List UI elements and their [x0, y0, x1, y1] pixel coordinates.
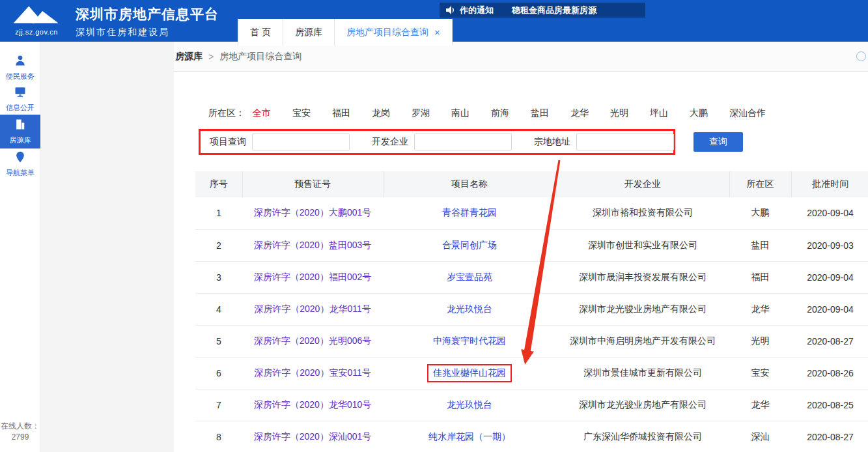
district-option[interactable]: 罗湖: [412, 107, 430, 119]
monitor-icon: [14, 85, 27, 101]
building-icon: [14, 118, 27, 134]
approval-date: 2020-09-04: [807, 272, 854, 283]
district-option[interactable]: 前海: [491, 107, 509, 119]
district-name: 深汕: [751, 431, 770, 442]
tab-label: 房源库: [295, 27, 322, 38]
sidebar-item-label: 信息公开: [6, 103, 35, 113]
approval-date: 2020-08-27: [807, 432, 854, 442]
site-subtitle: 深圳市住房和建设局: [76, 27, 219, 38]
search-fields-highlight-box: 项目查询开发企业宗地地址: [199, 129, 675, 155]
permit-number-link[interactable]: 深房许字（2020）大鹏001号: [254, 207, 372, 218]
district-option[interactable]: 龙华: [570, 107, 589, 119]
district-option[interactable]: 福田: [332, 107, 350, 119]
sidebar-item-label: 便民服务: [6, 72, 35, 81]
tab-project-query[interactable]: 房地产项目综合查询×: [335, 19, 453, 46]
project-name-link[interactable]: 青谷群青花园: [442, 207, 497, 218]
tab-label: 房地产项目综合查询: [346, 27, 428, 38]
developer-name: 深圳市景佳城市更新有限公司: [583, 367, 702, 378]
district-filter-label: 所在区：: [208, 107, 245, 119]
approval-date: 2020-09-04: [807, 208, 854, 218]
permit-number-link[interactable]: 深房许字（2020）龙华011号: [254, 304, 371, 314]
row-number: 4: [216, 304, 221, 315]
site-logo[interactable]: zjj.sz.gov.cn: [9, 3, 64, 36]
table-row: 1深房许字（2020）大鹏001号青谷群青花园深圳市裕和投资有限公司大鹏2020…: [195, 197, 868, 229]
district-option[interactable]: 南山: [451, 107, 469, 119]
row-number: 7: [216, 400, 221, 410]
district-option[interactable]: 大鹏: [690, 107, 708, 119]
sidebar-item-public-service[interactable]: 便民服务: [0, 52, 40, 83]
permit-number-link[interactable]: 深房许字（2020）宝安011号: [254, 367, 371, 378]
developer-name: 深圳市龙光骏业房地产有限公司: [579, 399, 707, 410]
project-name-link[interactable]: 岁宝壹品苑: [447, 272, 492, 282]
breadcrumb: 房源库 > 房地产项目综合查询 房: [174, 42, 868, 72]
project-name-link[interactable]: 佳兆业樾伴山花园: [427, 364, 512, 382]
search-filter-row: 项目查询开发企业宗地地址 查询: [195, 129, 868, 155]
title-block: 深圳市房地产信息平台 深圳市住房和建设局: [76, 5, 219, 38]
online-users-count: 2799: [0, 432, 40, 443]
district-filter: 所在区： 全市宝安福田龙岗罗湖南山前海盐田龙华光明坪山大鹏深汕合作: [195, 107, 868, 119]
permit-number-link[interactable]: 深房许字（2020）深汕001号: [254, 431, 372, 442]
permit-number-link[interactable]: 深房许字（2020）光明006号: [254, 335, 372, 346]
table-body: 1深房许字（2020）大鹏001号青谷群青花园深圳市裕和投资有限公司大鹏2020…: [195, 197, 868, 452]
permit-number-link[interactable]: 深房许字（2020）福田002号: [254, 272, 372, 282]
location-pin-icon: [14, 150, 27, 166]
row-number: 3: [216, 272, 221, 283]
sidebar-item-housing-library[interactable]: 房源库: [0, 115, 40, 148]
row-number: 6: [216, 368, 221, 378]
notice-link[interactable]: 稳租金商品房最新房源: [512, 5, 596, 16]
sidebar: 便民服务信息公开房源库导航菜单 在线人数： 2799: [0, 42, 40, 452]
project-name-link[interactable]: 龙光玖悦台: [447, 399, 492, 410]
search-button[interactable]: 查询: [693, 132, 743, 152]
developer-input[interactable]: [414, 134, 512, 150]
row-number: 2: [216, 240, 221, 251]
developer-name: 深圳市创世和实业有限公司: [588, 240, 697, 250]
district-option[interactable]: 坪山: [650, 107, 668, 119]
results-table: 序号预售证号项目名称开发企业所在区批准时间 1深房许字（2020）大鹏001号青…: [195, 171, 868, 452]
notice-link[interactable]: 作的通知: [460, 5, 494, 16]
row-number: 8: [216, 432, 221, 442]
tab-home[interactable]: 首 页: [238, 19, 283, 46]
district-name: 龙华: [751, 304, 770, 314]
column-header: 所在区: [729, 171, 791, 197]
breadcrumb-parent[interactable]: 房源库: [175, 51, 203, 63]
developer-name: 广东深汕华侨城投资有限公司: [583, 431, 702, 442]
circle-icon: [856, 51, 866, 61]
developer-name: 深圳市裕和投资有限公司: [593, 207, 693, 218]
project-name-link[interactable]: 龙光玖悦台: [447, 304, 492, 314]
parcel-address-field-label: 宗地地址: [534, 136, 570, 148]
project-name-link[interactable]: 合景同创广场: [442, 240, 497, 250]
project-field-label: 项目查询: [210, 136, 246, 148]
tab-bar: 首 页房源库房地产项目综合查询×: [238, 19, 453, 46]
district-name: 大鹏: [751, 207, 770, 218]
breadcrumb-separator: >: [208, 51, 214, 62]
tab-close-icon[interactable]: ×: [434, 27, 440, 37]
project-name-link[interactable]: 纯水岸花园（一期）: [428, 431, 511, 442]
permit-number-link[interactable]: 深房许字（2020）龙华010号: [254, 399, 372, 410]
district-option[interactable]: 盐田: [531, 107, 549, 119]
table-header-row: 序号预售证号项目名称开发企业所在区批准时间: [195, 171, 868, 197]
district-option[interactable]: 全市: [253, 107, 271, 119]
parcel-address-input[interactable]: [576, 134, 674, 150]
table-row: 8深房许字（2020）深汕001号纯水岸花园（一期）广东深汕华侨城投资有限公司深…: [195, 421, 868, 452]
corner-widget[interactable]: 房: [856, 50, 868, 62]
tab-housing-library[interactable]: 房源库: [283, 19, 335, 46]
online-users-label: 在线人数：: [0, 421, 40, 432]
district-option[interactable]: 深汕合作: [729, 107, 766, 119]
permit-number-link[interactable]: 深房许字（2020）盐田003号: [254, 240, 372, 250]
approval-date: 2020-09-04: [807, 304, 854, 315]
project-name-link[interactable]: 中海寰宇时代花园: [433, 335, 506, 346]
district-option[interactable]: 宝安: [292, 107, 311, 119]
district-option[interactable]: 龙岗: [372, 107, 390, 119]
table-row: 4深房许字（2020）龙华011号龙光玖悦台深圳市龙光骏业房地产有限公司龙华20…: [195, 293, 868, 325]
parcel-address-field-group: 宗地地址: [534, 134, 674, 150]
sidebar-item-info-disclosure[interactable]: 信息公开: [0, 83, 40, 115]
district-option[interactable]: 光明: [610, 107, 628, 119]
online-users: 在线人数： 2799: [0, 421, 40, 443]
developer-name: 深圳市晟润丰投资发展有限公司: [579, 272, 707, 282]
approval-date: 2020-08-27: [807, 336, 854, 346]
query-content: 所在区： 全市宝安福田龙岗罗湖南山前海盐田龙华光明坪山大鹏深汕合作 项目查询开发…: [174, 107, 868, 452]
sidebar-item-nav-menu[interactable]: 导航菜单: [0, 148, 40, 180]
project-input[interactable]: [252, 134, 350, 150]
developer-name: 深圳市龙光骏业房地产有限公司: [579, 304, 707, 314]
tab-label: 首 页: [250, 27, 271, 38]
